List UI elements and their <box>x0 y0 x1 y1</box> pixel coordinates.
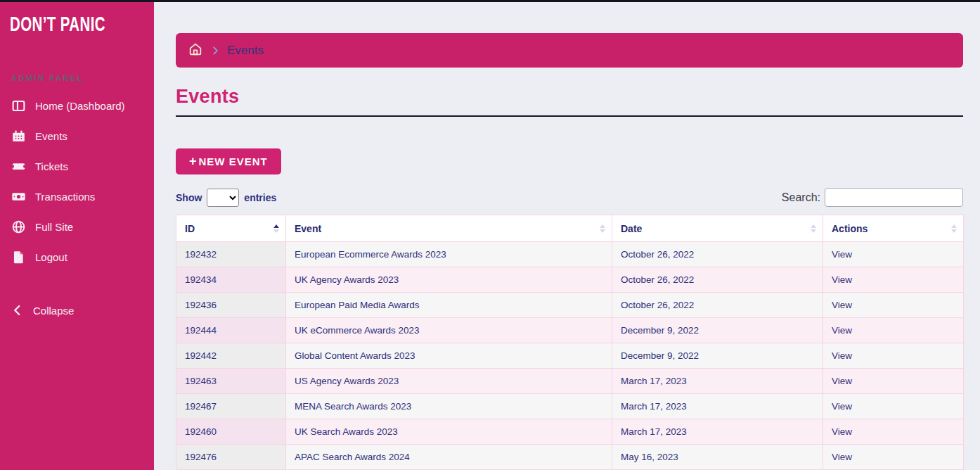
sidebar-item-events[interactable]: Events <box>0 121 154 151</box>
view-link[interactable]: View <box>832 452 852 462</box>
new-event-label: NEW EVENT <box>199 155 268 167</box>
view-link[interactable]: View <box>832 350 852 361</box>
cell-date: May 16, 2023 <box>612 445 823 470</box>
cell-actions: View <box>823 318 964 343</box>
cell-id: 192476 <box>176 445 286 470</box>
breadcrumb-home-link[interactable] <box>188 42 203 60</box>
cell-date: March 17, 2023 <box>612 394 823 419</box>
sidebar-item-logout[interactable]: Logout <box>0 242 154 272</box>
cell-actions: View <box>823 242 964 267</box>
sort-icon <box>600 224 605 233</box>
table-row: 192444 UK eCommerce Awards 2023 December… <box>176 318 964 343</box>
table-row: 192467 MENA Search Awards 2023 March 17,… <box>176 394 964 419</box>
view-link[interactable]: View <box>832 300 852 310</box>
sidebar-item-tickets[interactable]: Tickets <box>0 151 154 182</box>
cell-event: UK Agency Awards 2023 <box>286 267 612 293</box>
cell-id: 192460 <box>176 419 286 445</box>
view-link[interactable]: View <box>832 249 852 260</box>
sort-ascending-icon <box>273 224 279 233</box>
breadcrumb-current: Events <box>227 44 264 58</box>
view-link[interactable]: View <box>832 325 852 336</box>
cell-date: October 26, 2022 <box>612 267 823 293</box>
table-header-row: ID Event Date Actions <box>176 215 964 242</box>
sidebar-item-full-site[interactable]: Full Site <box>0 212 154 242</box>
admin-panel-label: ADMIN PANEL <box>11 74 154 82</box>
sort-icon <box>951 224 957 233</box>
entries-label: entries <box>244 192 276 203</box>
show-entries-control: Show entries <box>176 189 276 207</box>
entries-select[interactable] <box>207 189 239 207</box>
cell-event: UK Search Awards 2023 <box>286 419 612 445</box>
sidebar-item-label: Tickets <box>35 160 68 172</box>
calendar-icon <box>11 129 26 144</box>
cell-id: 192436 <box>176 293 286 318</box>
sidebar: DON’T PANIC ADMIN PANEL Home (Dashboard)… <box>0 2 154 470</box>
cell-event: MENA Search Awards 2023 <box>286 394 612 419</box>
money-icon <box>11 189 26 204</box>
cell-actions: View <box>823 267 964 293</box>
cell-actions: View <box>823 293 964 318</box>
cell-event: Global Content Awards 2023 <box>286 343 612 369</box>
cell-actions: View <box>823 343 964 369</box>
sidebar-item-transactions[interactable]: Transactions <box>0 182 154 212</box>
globe-icon <box>11 220 26 234</box>
plus-icon: + <box>189 154 198 169</box>
cell-id: 192442 <box>176 343 286 369</box>
cell-id: 192434 <box>176 267 286 293</box>
show-label: Show <box>176 192 202 203</box>
table-row: 192463 US Agency Awards 2023 March 17, 2… <box>176 369 964 394</box>
view-link[interactable]: View <box>832 426 852 437</box>
sidebar-item-label: Transactions <box>35 191 95 203</box>
page-title: Events <box>176 86 963 108</box>
sidebar-item-home[interactable]: Home (Dashboard) <box>0 91 154 121</box>
cell-id: 192444 <box>176 318 286 343</box>
main-content: Events Events +NEW EVENT Show entries Se… <box>154 2 980 470</box>
table-row: 192434 UK Agency Awards 2023 October 26,… <box>176 267 964 293</box>
cell-date: March 17, 2023 <box>612 419 823 445</box>
cell-actions: View <box>823 419 964 445</box>
events-table: ID Event Date Actions 192432 <box>176 215 964 470</box>
table-row: 192436 European Paid Media Awards Octobe… <box>176 293 964 318</box>
cell-id: 192432 <box>176 242 286 267</box>
search-input[interactable] <box>825 188 963 207</box>
home-icon <box>188 42 203 60</box>
table-row: 192442 Global Content Awards 2023 Decemb… <box>176 343 964 369</box>
ticket-icon <box>11 159 26 174</box>
search-label: Search: <box>782 191 820 204</box>
table-row: 192432 European Ecommerce Awards 2023 Oc… <box>176 242 964 267</box>
sidebar-item-label: Events <box>35 130 67 142</box>
cell-event: UK eCommerce Awards 2023 <box>286 318 612 343</box>
cell-event: US Agency Awards 2023 <box>286 369 612 394</box>
column-header-date[interactable]: Date <box>612 215 823 242</box>
table-row: 192460 UK Search Awards 2023 March 17, 2… <box>176 419 964 445</box>
chevron-left-icon <box>11 304 24 317</box>
new-event-button[interactable]: +NEW EVENT <box>176 148 281 174</box>
view-link[interactable]: View <box>832 274 852 285</box>
title-divider <box>176 115 963 117</box>
column-header-actions[interactable]: Actions <box>823 215 964 242</box>
cell-date: October 26, 2022 <box>612 293 823 318</box>
collapse-button[interactable]: Collapse <box>0 296 154 324</box>
view-link[interactable]: View <box>832 376 852 386</box>
sidebar-item-label: Home (Dashboard) <box>35 100 125 112</box>
cell-date: December 9, 2022 <box>612 343 823 369</box>
table-row: 192476 APAC Search Awards 2024 May 16, 2… <box>176 445 964 470</box>
cell-event: APAC Search Awards 2024 <box>286 445 612 470</box>
cell-event: European Paid Media Awards <box>286 293 612 318</box>
column-header-id[interactable]: ID <box>176 215 286 242</box>
sidebar-nav: Home (Dashboard) Events Tickets Transact… <box>0 91 154 272</box>
sort-icon <box>811 224 816 233</box>
document-icon <box>11 250 26 265</box>
view-link[interactable]: View <box>832 401 852 412</box>
cell-date: October 26, 2022 <box>612 242 823 267</box>
cell-actions: View <box>823 369 964 394</box>
cell-event: European Ecommerce Awards 2023 <box>286 242 612 267</box>
cell-date: December 9, 2022 <box>612 318 823 343</box>
cell-id: 192467 <box>176 394 286 419</box>
sidebar-item-label: Full Site <box>35 221 73 233</box>
cell-actions: View <box>823 394 964 419</box>
column-header-event[interactable]: Event <box>286 215 612 242</box>
search-control: Search: <box>782 188 963 207</box>
dashboard-icon <box>11 99 26 113</box>
cell-actions: View <box>823 445 964 470</box>
